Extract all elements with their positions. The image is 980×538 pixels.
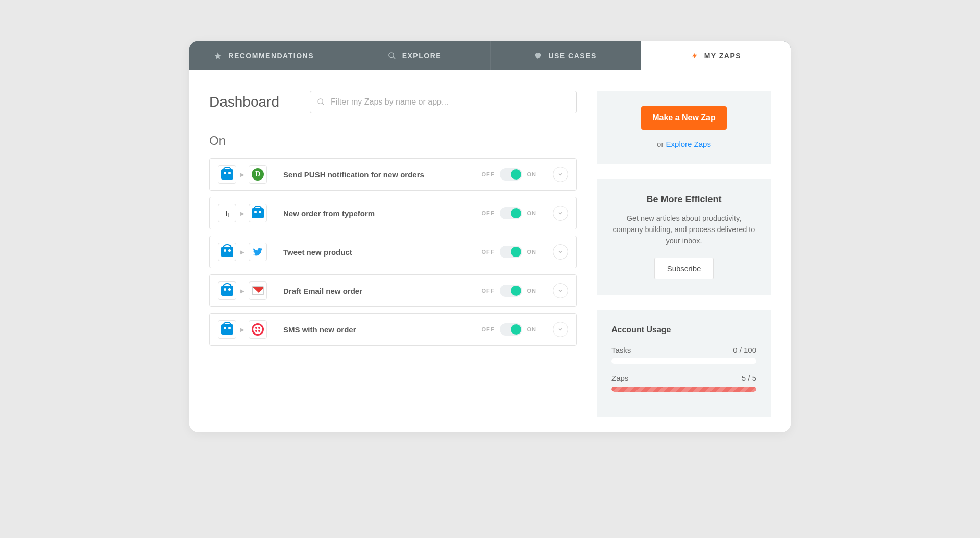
ecwid-icon: [218, 320, 236, 339]
zap-title: New order from typeform: [283, 209, 473, 218]
zap-apps: ▶: [218, 165, 274, 184]
toggle-on-label: ON: [527, 210, 537, 216]
zaps-usage-row: Zaps 5 / 5: [611, 374, 756, 382]
star-icon: [214, 52, 222, 60]
expand-button[interactable]: [553, 167, 568, 182]
twitter-icon: [249, 243, 267, 261]
zap-toggle-group: OFF ON: [482, 168, 537, 181]
search-input[interactable]: [310, 91, 577, 113]
zap-apps: ▶: [218, 243, 274, 261]
toggle-on-label: ON: [527, 288, 537, 294]
chevron-down-icon: [557, 326, 564, 332]
or-text: or: [657, 140, 666, 148]
zap-toggle-group: OFF ON: [482, 246, 537, 258]
zap-title: Send PUSH notification for new orders: [283, 170, 473, 179]
expand-button[interactable]: [553, 244, 568, 260]
zap-row: ▶ Send PUSH notification for new orders …: [209, 158, 577, 191]
subscribe-button[interactable]: Subscribe: [654, 258, 714, 279]
account-usage-card: Account Usage Tasks 0 / 100 Zaps 5 / 5: [597, 310, 771, 417]
ecwid-icon: [218, 243, 236, 261]
svg-point-2: [318, 99, 323, 104]
bolt-icon: [691, 52, 698, 60]
svg-line-3: [322, 103, 324, 105]
tab-explore[interactable]: EXPLORE: [339, 41, 490, 70]
heart-icon: [534, 52, 542, 60]
zap-toggle-group: OFF ON: [482, 285, 537, 297]
arrow-right-icon: ▶: [240, 288, 244, 294]
toggle-on-label: ON: [527, 326, 537, 332]
expand-button[interactable]: [553, 206, 568, 221]
ecwid-icon: [218, 281, 236, 300]
zap-apps: ▶: [218, 281, 274, 300]
zap-toggle-group: OFF ON: [482, 207, 537, 219]
zaps-usage-bar: [611, 387, 756, 392]
sidebar: Make a New Zap or Explore Zaps Be More E…: [597, 91, 771, 432]
chevron-down-icon: [557, 288, 564, 294]
zap-row: ▶ Tweet new product OFF ON: [209, 236, 577, 268]
toggle-off-label: OFF: [482, 210, 495, 216]
toggle-off-label: OFF: [482, 171, 495, 177]
tab-label: RECOMMENDATIONS: [228, 52, 314, 60]
tab-label: EXPLORE: [402, 52, 442, 60]
zaps-value: 5 / 5: [742, 374, 756, 382]
zap-toggle[interactable]: [500, 285, 522, 297]
chevron-down-icon: [557, 210, 564, 216]
search-icon: [388, 52, 396, 60]
zap-row: t| ▶ New order from typeform OFF ON: [209, 197, 577, 229]
expand-button[interactable]: [553, 283, 568, 298]
twilio-icon: [249, 320, 267, 339]
top-tabs: RECOMMENDATIONS EXPLORE USE CASES MY ZAP…: [189, 41, 791, 70]
section-on-heading: On: [209, 134, 577, 148]
zap-apps: ▶: [218, 320, 274, 339]
make-new-zap-button[interactable]: Make a New Zap: [641, 106, 727, 130]
main-column: Dashboard On ▶ Send PUSH notification fo…: [209, 91, 577, 432]
toggle-off-label: OFF: [482, 249, 495, 255]
new-zap-card: Make a New Zap or Explore Zaps: [597, 91, 771, 164]
header-row: Dashboard: [209, 91, 577, 113]
tab-my-zaps[interactable]: MY ZAPS: [641, 41, 791, 70]
expand-button[interactable]: [553, 322, 568, 337]
body: Dashboard On ▶ Send PUSH notification fo…: [189, 70, 791, 432]
or-explore-line: or Explore Zaps: [611, 140, 756, 148]
app-window: RECOMMENDATIONS EXPLORE USE CASES MY ZAP…: [189, 41, 791, 432]
account-usage-title: Account Usage: [611, 325, 756, 335]
efficient-text: Get new articles about productivity, com…: [611, 213, 756, 246]
svg-line-1: [393, 57, 395, 59]
arrow-right-icon: ▶: [240, 211, 244, 216]
svg-point-0: [389, 53, 394, 57]
explore-zaps-link[interactable]: Explore Zaps: [666, 140, 711, 148]
zap-title: Draft Email new order: [283, 287, 473, 295]
zap-toggle[interactable]: [500, 323, 522, 336]
tasks-usage-bar: [611, 358, 756, 364]
page-title: Dashboard: [209, 94, 279, 110]
ecwid-icon: [218, 165, 236, 184]
zap-row: ▶ Draft Email new order OFF ON: [209, 274, 577, 307]
pushbullet-icon: [249, 165, 267, 184]
toggle-off-label: OFF: [482, 326, 495, 332]
zaps-label: Zaps: [611, 374, 628, 382]
toggle-on-label: ON: [527, 171, 537, 177]
zap-apps: t| ▶: [218, 204, 274, 222]
toggle-off-label: OFF: [482, 288, 495, 294]
search-icon: [317, 98, 325, 106]
toggle-on-label: ON: [527, 249, 537, 255]
tasks-label: Tasks: [611, 346, 631, 354]
arrow-right-icon: ▶: [240, 172, 244, 177]
tasks-value: 0 / 100: [733, 346, 756, 354]
zap-toggle[interactable]: [500, 207, 522, 219]
search-wrap: [310, 91, 577, 113]
zap-toggle-group: OFF ON: [482, 323, 537, 336]
arrow-right-icon: ▶: [240, 327, 244, 332]
efficient-title: Be More Efficient: [611, 194, 756, 205]
tab-use-cases[interactable]: USE CASES: [491, 41, 641, 70]
chevron-down-icon: [557, 171, 564, 177]
tab-label: MY ZAPS: [704, 52, 741, 60]
tasks-usage-row: Tasks 0 / 100: [611, 346, 756, 354]
zap-toggle[interactable]: [500, 246, 522, 258]
gmail-icon: [249, 281, 267, 300]
efficient-card: Be More Efficient Get new articles about…: [597, 179, 771, 295]
tab-recommendations[interactable]: RECOMMENDATIONS: [189, 41, 339, 70]
arrow-right-icon: ▶: [240, 249, 244, 255]
typeform-icon: t|: [218, 204, 236, 222]
zap-toggle[interactable]: [500, 168, 522, 181]
